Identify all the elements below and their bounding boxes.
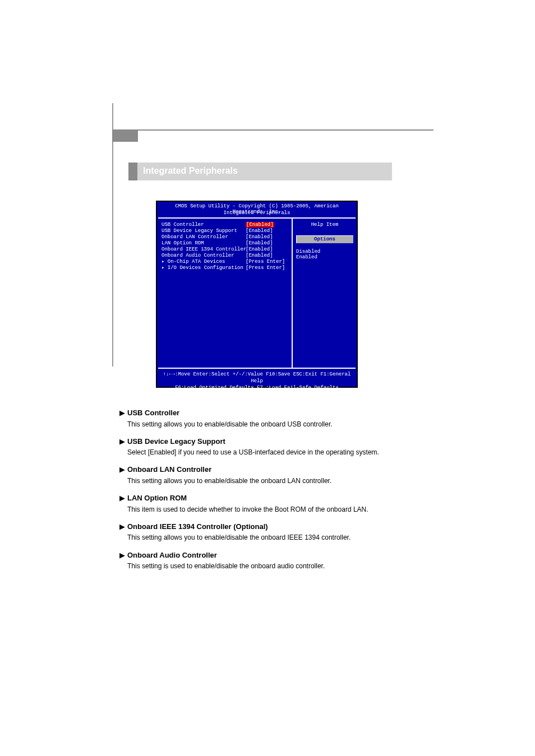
doc-item: ▶LAN Option ROM This item is used to dec… [119,493,433,514]
bios-row-value: [Press Enter] [246,259,285,265]
bios-row-value: [Enabled] [246,222,274,228]
chapter-box [112,129,138,142]
bios-footer-line2: F6:Load Optimized Defaults F7 :Load Fail… [157,384,357,391]
bios-row-value: [Enabled] [246,228,273,234]
doc-item-desc: This item is used to decide whether to i… [119,505,433,514]
triangle-icon: ▶ [119,465,127,475]
bios-body: USB Controller [Enabled] USB Device Lega… [158,217,356,369]
triangle-icon: ▶ [119,522,127,532]
doc-item-title: USB Device Legacy Support [127,437,225,446]
doc-item-desc: This setting is used to enable/disable t… [119,562,433,571]
bios-row-label: LAN Option ROM [162,240,246,247]
bios-row[interactable]: LAN Option ROM [Enabled] [162,240,289,247]
bios-row-value: [Enabled] [246,247,273,253]
bios-row[interactable]: Onboard LAN Controller [Enabled] [162,234,289,240]
bios-footer-line1: ↑↓←→:Move Enter:Select +/-/:Value F10:Sa… [157,371,357,384]
doc-item-title: Onboard LAN Controller [127,465,211,474]
bios-row-value: [Enabled] [246,240,273,247]
bios-row[interactable]: USB Device Legacy Support [Enabled] [162,228,289,234]
bios-row-label: USB Device Legacy Support [162,228,246,234]
doc-item: ▶Onboard IEEE 1394 Controller (Optional)… [119,522,433,542]
header-rule [112,129,433,131]
bios-row-value: [Enabled] [246,234,273,240]
section-bar-accent [128,163,137,180]
bios-row-label: USB Controller [162,222,246,228]
bios-row[interactable]: ▸ I/O Devices Configuration [Press Enter… [162,265,289,271]
bios-row[interactable]: ▸ On-Chip ATA Devices [Press Enter] [162,259,289,265]
bios-row[interactable]: USB Controller [Enabled] [162,222,289,228]
doc-item: ▶Onboard LAN Controller This setting all… [119,465,433,485]
bios-options-box: Options [296,235,353,243]
bios-row-label: ▸ On-Chip ATA Devices [162,259,246,265]
bios-row-label: Onboard IEEE 1394 Controller [162,247,246,253]
doc-item: ▶Onboard Audio Controller This setting i… [119,550,433,571]
doc-item: ▶USB Device Legacy Support Select [Enabl… [119,437,433,457]
triangle-icon: ▶ [119,493,127,503]
doc-item-desc: This setting allows you to enable/disabl… [119,533,433,542]
triangle-icon: ▶ [119,550,127,560]
doc-item-title: LAN Option ROM [127,494,187,502]
bios-footer: ↑↓←→:Move Enter:Select +/-/:Value F10:Sa… [157,370,357,386]
bios-title-line2: Integrated Peripherals [157,210,357,216]
bios-row-label: ▸ I/O Devices Configuration [162,265,246,271]
bios-help-title: Help Item [296,222,353,228]
section-title: Integrated Peripherals [143,166,238,176]
bios-row-value: [Press Enter] [246,265,285,271]
vertical-rule [112,103,113,367]
bios-row-label: Onboard LAN Controller [162,234,246,240]
bios-screenshot: CMOS Setup Utility - Copyright (C) 1985-… [156,201,358,388]
bios-left-pane: USB Controller [Enabled] USB Device Lega… [158,219,292,368]
header-right-ghost: BIOS Setup [391,112,434,121]
doc-item-desc: This setting allows you to enable/disabl… [119,476,433,485]
bios-row[interactable]: Onboard Audio Controller [Enabled] [162,253,289,259]
bios-option: Disabled [296,249,353,254]
bios-row-label: Onboard Audio Controller [162,253,246,259]
bios-help-pane: Help Item Options Disabled Enabled [292,219,356,368]
body-text: ▶USB Controller This setting allows you … [119,400,433,571]
bios-row[interactable]: Onboard IEEE 1394 Controller [Enabled] [162,247,289,253]
doc-item-title: Onboard Audio Controller [127,551,217,559]
doc-item-desc: Select [Enabled] if you need to use a US… [119,448,433,457]
header-left-ghost: MS-7345 Mainboard [119,112,188,120]
triangle-icon: ▶ [119,408,127,418]
doc-item-title: Onboard IEEE 1394 Controller (Optional) [127,522,268,531]
bios-row-value: [Enabled] [246,253,273,259]
triangle-icon: ▶ [119,437,127,447]
doc-item: ▶USB Controller This setting allows you … [119,408,433,429]
doc-item-title: USB Controller [127,409,179,417]
bios-option: Enabled [296,254,353,260]
doc-item-desc: This setting allows you to enable/disabl… [119,420,433,429]
